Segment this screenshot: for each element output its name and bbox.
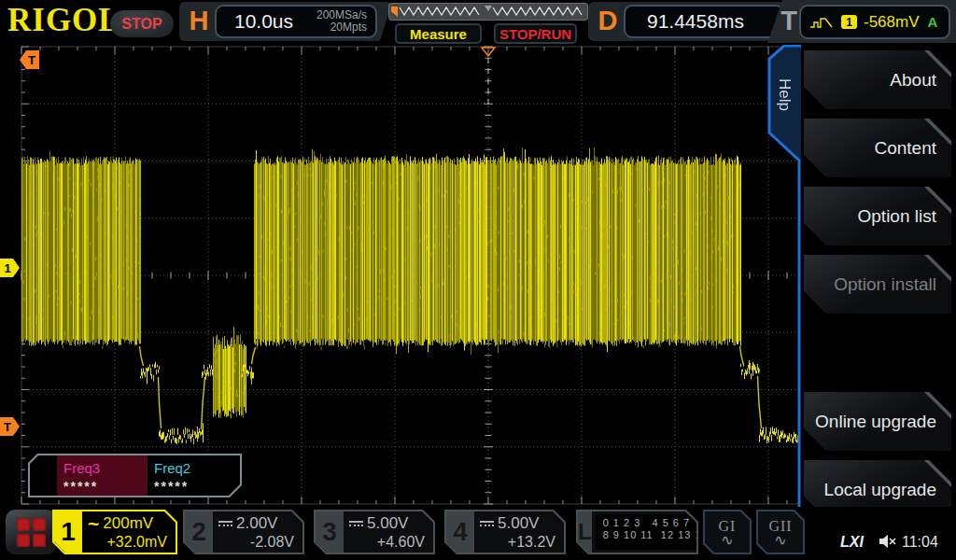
clock: 11:04 [902, 534, 938, 551]
memory-depth: 20Mpts [316, 21, 367, 34]
channel4-status[interactable]: 4 5.00V +13.2V [444, 510, 566, 554]
menu-item-label: Content [874, 138, 936, 159]
measurement-overlay: Freq3 ***** Freq2 ***** [28, 454, 242, 497]
dc-coupling-icon [349, 521, 363, 526]
menu-item-label: About [890, 70, 936, 91]
menu-item-label: Option list [858, 206, 936, 227]
horizontal-label: H [185, 6, 213, 36]
oscilloscope-screen: T 1 T Freq3 ***** Freq2 ***** Help About… [0, 0, 956, 560]
menu-item-label: Option install [834, 274, 936, 295]
dc-coupling-icon [480, 521, 494, 526]
delay-block[interactable]: D 91.4458ms [588, 2, 799, 41]
delay-box: 91.4458ms [624, 5, 784, 38]
menu-item-label: Online upgrade [815, 412, 936, 432]
delay-label: D [594, 6, 622, 36]
channel-offset: +13.2V [480, 534, 555, 551]
generator2-status[interactable]: GII ∿ [756, 510, 805, 554]
trigger-source-badge: 1 [841, 15, 857, 29]
menu-item-option-list[interactable]: Option list [804, 187, 951, 245]
channel-offset: +4.60V [349, 534, 425, 551]
trigger-coupling: A [928, 14, 938, 30]
speaker-muted-icon [879, 534, 897, 549]
channel-scale: 200mV [103, 514, 153, 533]
help-tab[interactable]: Help [769, 54, 799, 134]
grid-icon [17, 518, 46, 547]
measurement-name: Freq2 [154, 460, 238, 476]
trigger-position-flag[interactable]: T [20, 50, 39, 69]
trigger-block[interactable]: T 1 -568mV A [767, 0, 956, 43]
measurement-overlay-body: Freq3 ***** Freq2 ***** [30, 455, 240, 496]
channel-offset: +32.0mV [88, 534, 167, 551]
generator1-status[interactable]: GI ∿ [703, 510, 752, 554]
trigger-slope-icon [809, 15, 835, 30]
channel2-status[interactable]: 2 2.00V -2.08V [183, 510, 304, 554]
dc-coupling-icon [218, 521, 232, 526]
top-status-bar: RIGOL STOP H 10.0us 200MSa/s 20Mpts Meas… [0, 0, 956, 45]
sine-wave-icon: ∿ [774, 535, 786, 546]
sine-wave-icon: ∿ [721, 535, 733, 546]
measurement-item-freq3[interactable]: Freq3 ***** [57, 455, 148, 496]
memory-waveform-icon [389, 4, 587, 20]
channel-number: 3 [316, 511, 344, 553]
ac-coupling-icon: ~ [88, 518, 99, 529]
multi-window-button[interactable] [6, 510, 56, 554]
logic-analyzer-label: L [578, 511, 592, 553]
channel-offset: -2.08V [218, 534, 294, 551]
horizontal-box: 10.0us 200MSa/s 20Mpts [215, 5, 377, 38]
measurement-value: ***** [63, 479, 148, 494]
trigger-level-value: -568mV [864, 13, 920, 32]
measurement-item-freq2[interactable]: Freq2 ***** [148, 455, 238, 496]
acquisition-status-badge[interactable]: STOP [110, 10, 174, 37]
measurement-value: ***** [154, 479, 238, 494]
stop-run-button[interactable]: STOP/RUN [494, 23, 577, 44]
channel-scale: 2.00V [236, 514, 277, 533]
channel-scale: 5.00V [498, 514, 539, 533]
horizontal-settings-block[interactable]: H 10.0us 200MSa/s 20Mpts [179, 2, 392, 41]
timebase-value: 10.0us [225, 10, 316, 33]
menu-item-online-upgrade[interactable]: Online upgrade [804, 392, 951, 451]
channel3-status[interactable]: 3 5.00V +4.60V [314, 510, 435, 554]
channel-number: 2 [185, 511, 213, 553]
menu-item-option-install: Option install [804, 255, 951, 314]
menu-item-about[interactable]: About [804, 50, 951, 109]
channel1-status[interactable]: 1 ~ 200mV +32.0mV [52, 510, 177, 554]
menu-item-content[interactable]: Content [804, 119, 951, 177]
lxi-indicator: LXI [840, 534, 864, 551]
measure-button[interactable]: Measure [395, 23, 482, 44]
channel-number: 1 [54, 511, 82, 553]
memory-position-bar[interactable] [388, 3, 588, 21]
menu-item-label: Local upgrade [824, 480, 936, 500]
bottom-status-bar: 1 ~ 200mV +32.0mV 2 2.00V -2.08V 3 [0, 507, 956, 560]
channel-scale: 5.00V [367, 514, 408, 533]
logic-analyzer-status[interactable]: L 0 1 2 3 4 5 6 7 8 9 10 11 12 13 14 15 [576, 510, 698, 554]
memory-left-arrow-icon [391, 7, 398, 17]
trigger-box: 1 -568mV A [799, 5, 950, 39]
measurement-name: Freq3 [63, 460, 148, 476]
delay-value: 91.4458ms [634, 10, 744, 33]
memory-center-marker-icon [485, 6, 492, 11]
channel1-level-marker[interactable]: 1 [0, 259, 20, 277]
trigger-level-marker[interactable]: T [0, 417, 20, 436]
channel-number: 4 [446, 511, 474, 553]
brand-logo: RIGOL [7, 2, 121, 39]
